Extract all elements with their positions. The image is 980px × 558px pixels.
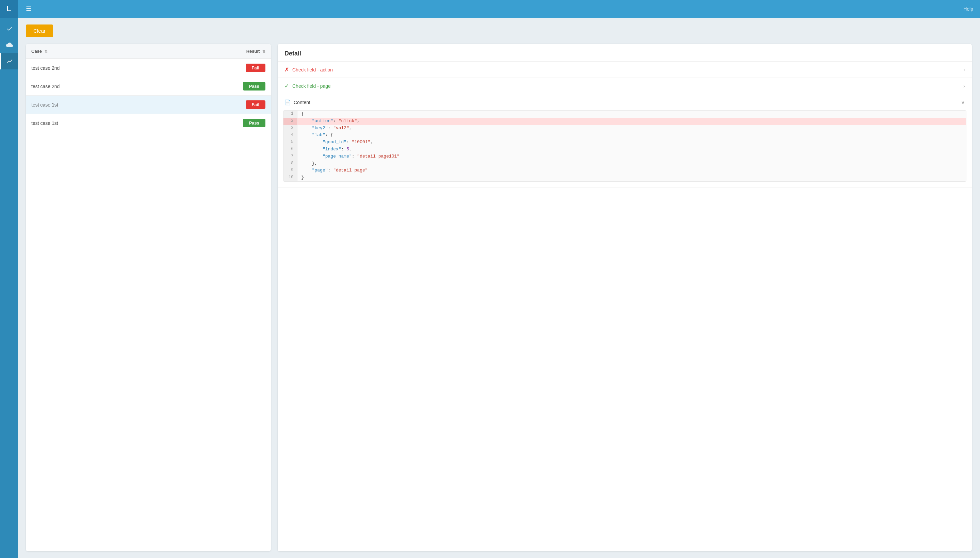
col-result[interactable]: Result ⇅ bbox=[158, 44, 271, 59]
main-content: Clear Case ⇅ Result ⇅ bbox=[18, 18, 980, 558]
help-link[interactable]: Help bbox=[963, 6, 973, 11]
line-number: 5 bbox=[284, 139, 297, 146]
table-cell-result: Fail bbox=[158, 95, 271, 114]
line-content: }, bbox=[297, 160, 966, 167]
line-number: 2 bbox=[284, 118, 297, 125]
results-table: Case ⇅ Result ⇅ test case 2ndFailtest ca… bbox=[26, 44, 271, 132]
sidebar-item-check[interactable] bbox=[0, 20, 18, 37]
sidebar-nav bbox=[0, 20, 18, 69]
sidebar-item-chart[interactable] bbox=[0, 53, 18, 69]
code-line: 8 }, bbox=[284, 160, 966, 167]
check-item-action-left: ✗ Check field - action bbox=[284, 66, 333, 73]
table-cell-result: Pass bbox=[158, 77, 271, 95]
detail-panel: Detail ✗ Check field - action › ✓ Check … bbox=[277, 44, 972, 551]
topbar: ☰ Help bbox=[18, 0, 980, 18]
line-content: "page": "detail_page" bbox=[297, 167, 966, 174]
table-row[interactable]: test case 2ndFail bbox=[26, 59, 271, 77]
check-item-action[interactable]: ✗ Check field - action › bbox=[277, 62, 972, 78]
table-row[interactable]: test case 2ndPass bbox=[26, 77, 271, 95]
table-row[interactable]: test case 1stFail bbox=[26, 95, 271, 114]
clear-button[interactable]: Clear bbox=[26, 25, 53, 37]
check-page-label: Check field - page bbox=[292, 84, 331, 89]
chevron-right-icon-page: › bbox=[963, 83, 965, 89]
fail-circle-icon: ✗ bbox=[284, 66, 289, 73]
sidebar: L bbox=[0, 0, 18, 558]
code-line: 5 "good_id": "10001", bbox=[284, 139, 966, 146]
table-cell-case: test case 2nd bbox=[26, 59, 158, 77]
content-section: 📄 Content ∨ 1{2 "action": "click",3 "key… bbox=[277, 94, 972, 187]
content-section-toggle[interactable]: 📄 Content ∨ bbox=[277, 94, 972, 110]
table-cell-result: Fail bbox=[158, 59, 271, 77]
line-content: "page_name": "detail_page101" bbox=[297, 153, 966, 160]
check-item-page[interactable]: ✓ Check field - page › bbox=[277, 78, 972, 94]
line-content: "key2": "val2", bbox=[297, 125, 966, 132]
chevron-right-icon-action: › bbox=[963, 67, 965, 73]
chart-icon bbox=[6, 58, 13, 65]
code-line: 3 "key2": "val2", bbox=[284, 125, 966, 132]
check-icon bbox=[6, 25, 13, 32]
table-row[interactable]: test case 1stPass bbox=[26, 114, 271, 132]
result-badge: Fail bbox=[246, 100, 266, 109]
code-line: 6 "index": 5, bbox=[284, 146, 966, 153]
line-number: 10 bbox=[284, 174, 297, 181]
code-table: 1{2 "action": "click",3 "key2": "val2",4… bbox=[284, 111, 966, 181]
line-number: 1 bbox=[284, 111, 297, 118]
main-area: ☰ Help Clear Case ⇅ bbox=[18, 0, 980, 558]
document-icon: 📄 bbox=[284, 99, 291, 105]
line-content: { bbox=[297, 111, 966, 118]
sort-result-icon: ⇅ bbox=[263, 49, 266, 53]
topbar-left: ☰ bbox=[25, 4, 33, 14]
line-number: 7 bbox=[284, 153, 297, 160]
result-badge: Pass bbox=[243, 82, 266, 90]
line-content: "index": 5, bbox=[297, 146, 966, 153]
line-number: 6 bbox=[284, 146, 297, 153]
line-number: 4 bbox=[284, 132, 297, 139]
line-content: "good_id": "10001", bbox=[297, 139, 966, 146]
line-content: "lab": { bbox=[297, 132, 966, 139]
result-badge: Fail bbox=[246, 64, 266, 72]
content-layout: Case ⇅ Result ⇅ test case 2ndFailtest ca… bbox=[26, 44, 972, 551]
table-cell-case: test case 1st bbox=[26, 95, 158, 114]
sidebar-item-cloud[interactable] bbox=[0, 37, 18, 53]
sort-case-icon: ⇅ bbox=[44, 49, 48, 53]
code-viewer[interactable]: 1{2 "action": "click",3 "key2": "val2",4… bbox=[283, 110, 966, 182]
table-cell-case: test case 1st bbox=[26, 114, 158, 132]
content-section-label: Content bbox=[294, 100, 310, 105]
line-content: } bbox=[297, 174, 966, 181]
code-line: 1{ bbox=[284, 111, 966, 118]
result-badge: Pass bbox=[243, 119, 266, 127]
check-action-label: Check field - action bbox=[292, 67, 333, 72]
detail-title: Detail bbox=[277, 44, 972, 62]
pass-circle-icon: ✓ bbox=[284, 83, 289, 89]
code-line: 9 "page": "detail_page" bbox=[284, 167, 966, 174]
line-content: "action": "click", bbox=[297, 118, 966, 125]
code-line: 10} bbox=[284, 174, 966, 181]
code-line: 7 "page_name": "detail_page101" bbox=[284, 153, 966, 160]
check-item-page-left: ✓ Check field - page bbox=[284, 83, 331, 89]
code-line: 2 "action": "click", bbox=[284, 118, 966, 125]
line-number: 8 bbox=[284, 160, 297, 167]
line-number: 9 bbox=[284, 167, 297, 174]
content-section-left: 📄 Content bbox=[284, 99, 310, 105]
line-number: 3 bbox=[284, 125, 297, 132]
table-cell-result: Pass bbox=[158, 114, 271, 132]
app-logo[interactable]: L bbox=[0, 0, 18, 18]
hamburger-button[interactable]: ☰ bbox=[25, 4, 33, 14]
table-cell-case: test case 2nd bbox=[26, 77, 158, 95]
chevron-down-icon: ∨ bbox=[961, 99, 965, 105]
code-line: 4 "lab": { bbox=[284, 132, 966, 139]
col-case[interactable]: Case ⇅ bbox=[26, 44, 158, 59]
results-panel: Case ⇅ Result ⇅ test case 2ndFailtest ca… bbox=[26, 44, 271, 551]
cloud-icon bbox=[6, 41, 13, 48]
